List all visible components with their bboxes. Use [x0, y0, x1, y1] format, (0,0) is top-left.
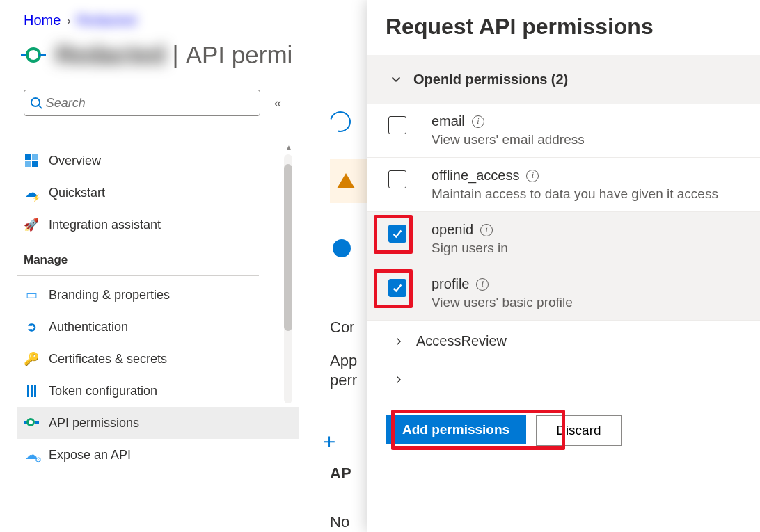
- highlight-box: [374, 269, 413, 308]
- svg-point-0: [31, 98, 40, 106]
- nav-label: Overview: [49, 154, 101, 168]
- panel-actions: Add permissions Discard: [367, 397, 760, 446]
- scroll-up-icon[interactable]: ▲: [285, 143, 292, 151]
- expander-label: AccessReview: [416, 333, 507, 349]
- permission-desc: View users' basic profile: [432, 295, 573, 310]
- permission-name: openid: [432, 222, 473, 238]
- nav-section-manage: Manage: [17, 241, 299, 273]
- search-icon: [30, 97, 42, 109]
- chevron-down-icon: [390, 73, 402, 86]
- nav-overview[interactable]: Overview: [17, 145, 299, 177]
- page-title: Redacted | API permi: [56, 41, 292, 69]
- search-input[interactable]: [46, 96, 254, 111]
- nav-branding[interactable]: ▭ Branding & properties: [17, 279, 299, 311]
- highlight-box: [391, 410, 565, 450]
- nav-label: Quickstart: [49, 186, 105, 200]
- expander-accessreview[interactable]: AccessReview: [367, 321, 760, 362]
- permission-row-offline-access[interactable]: offline_accessi Maintain access to data …: [367, 158, 760, 212]
- openid-group-header[interactable]: OpenId permissions (2): [367, 55, 760, 104]
- scrollbar-thumb[interactable]: [284, 164, 292, 331]
- permission-name: email: [432, 113, 465, 129]
- permission-name: profile: [432, 276, 469, 292]
- nav-label: Integration assistant: [49, 218, 161, 232]
- app-icon: [21, 42, 46, 67]
- authentication-icon: ➲: [24, 319, 39, 334]
- page-title-section: API permi: [186, 41, 293, 69]
- nav-authentication[interactable]: ➲ Authentication: [17, 311, 299, 343]
- checkbox-offline-access[interactable]: [388, 170, 406, 188]
- nav-label: Branding & properties: [49, 288, 170, 303]
- overview-icon: [24, 153, 39, 168]
- info-icon[interactable]: i: [526, 170, 539, 182]
- nav-label: Authentication: [49, 320, 128, 334]
- nav-token-configuration[interactable]: Token configuration: [17, 375, 299, 407]
- nav-label: API permissions: [49, 416, 139, 430]
- expose-api-icon: ☁: [24, 447, 39, 462]
- main-text-3: AP: [330, 465, 351, 483]
- info-icon[interactable]: i: [480, 224, 493, 236]
- main-heading-partial: Cor: [330, 319, 354, 337]
- nav-integration-assistant[interactable]: 🚀 Integration assistant: [17, 209, 299, 241]
- rocket-icon: 🚀: [24, 217, 39, 232]
- main-text-4: No: [330, 513, 349, 531]
- permission-desc: Maintain access to data you have given i…: [432, 186, 718, 202]
- search-input-wrapper[interactable]: [24, 90, 260, 116]
- branding-icon: ▭: [24, 287, 39, 303]
- key-icon: 🔑: [24, 351, 39, 366]
- scrollbar[interactable]: [284, 154, 292, 403]
- permission-row-profile[interactable]: profilei View users' basic profile: [367, 266, 760, 321]
- request-api-permissions-panel: Request API permissions OpenId permissio…: [367, 0, 760, 532]
- info-icon[interactable]: i: [476, 278, 489, 291]
- chevron-right-icon: [394, 375, 404, 385]
- group-label: OpenId permissions (2): [413, 72, 568, 88]
- checkbox-email[interactable]: [388, 116, 406, 134]
- collapse-menu-icon[interactable]: «: [274, 96, 281, 111]
- expander-more[interactable]: [367, 362, 760, 397]
- nav-label: Expose an API: [49, 448, 131, 462]
- add-icon[interactable]: ＋: [319, 427, 340, 456]
- page-title-appname: Redacted: [56, 41, 166, 69]
- nav-label: Token configuration: [49, 384, 157, 398]
- warning-icon: [337, 173, 355, 188]
- nav-api-permissions[interactable]: API permissions: [17, 407, 299, 439]
- breadcrumb-separator-icon: ›: [66, 13, 71, 29]
- permission-name: offline_access: [432, 168, 519, 184]
- info-icon[interactable]: i: [472, 115, 484, 128]
- nav-expose-api[interactable]: ☁ Expose an API: [17, 439, 299, 471]
- svg-line-1: [39, 106, 42, 108]
- chevron-right-icon: [394, 337, 404, 346]
- permission-row-email[interactable]: emaili View users' email address: [367, 104, 760, 158]
- token-icon: [24, 383, 39, 398]
- nav-certificates[interactable]: 🔑 Certificates & secrets: [17, 343, 299, 375]
- nav-label: Certificates & secrets: [49, 352, 167, 366]
- permission-desc: Sign users in: [432, 241, 508, 256]
- breadcrumb-app[interactable]: Redacted: [77, 13, 136, 29]
- api-permissions-icon: [24, 415, 39, 430]
- main-text-2: perr: [330, 371, 357, 389]
- permission-desc: View users' email address: [432, 132, 585, 147]
- nav-quickstart[interactable]: ☁ Quickstart: [17, 177, 299, 209]
- highlight-box: [374, 215, 413, 254]
- info-icon: [333, 239, 351, 257]
- panel-title: Request API permissions: [367, 0, 760, 55]
- cloud-icon: ☁: [24, 185, 39, 200]
- breadcrumb-home[interactable]: Home: [24, 13, 61, 29]
- side-nav: ▲ Overview ☁ Quickstart 🚀 Integration as…: [17, 145, 299, 471]
- refresh-icon[interactable]: [326, 108, 355, 136]
- permission-row-openid[interactable]: openidi Sign users in: [367, 212, 760, 266]
- warning-banner: [330, 159, 368, 203]
- main-text-1: App: [330, 352, 357, 370]
- divider: [17, 275, 259, 276]
